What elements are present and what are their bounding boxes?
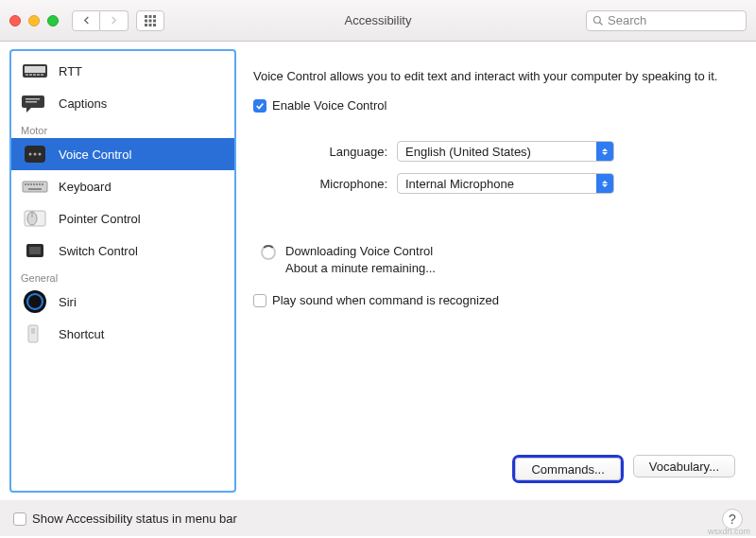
- download-line1: Downloading Voice Control: [285, 243, 436, 260]
- search-field[interactable]: [586, 10, 747, 31]
- sidebar-item-label: RTT: [59, 64, 82, 78]
- keyboard-icon: [21, 175, 49, 198]
- sidebar-item-label: Keyboard: [59, 180, 112, 194]
- svg-rect-24: [23, 182, 47, 192]
- language-select[interactable]: English (United States): [397, 141, 614, 162]
- svg-rect-15: [33, 74, 36, 76]
- svg-rect-2: [153, 15, 156, 18]
- sidebar-item-keyboard[interactable]: Keyboard: [11, 170, 234, 202]
- svg-rect-5: [153, 19, 156, 22]
- vocabulary-button[interactable]: Vocabulary...: [633, 455, 735, 477]
- play-sound-label: Play sound when command is recognized: [272, 293, 499, 307]
- show-status-checkbox[interactable]: [13, 512, 26, 526]
- switch-control-icon: [21, 239, 49, 262]
- search-input[interactable]: [608, 13, 756, 27]
- enable-voice-control-checkbox[interactable]: [253, 99, 266, 113]
- pointer-control-icon: [21, 207, 49, 230]
- play-sound-checkbox[interactable]: [253, 294, 266, 307]
- chevron-left-icon: [82, 16, 91, 25]
- svg-rect-37: [29, 247, 41, 254]
- microphone-select[interactable]: Internal Microphone: [397, 173, 614, 194]
- svg-rect-17: [41, 74, 43, 76]
- commands-button-highlight: Commands...: [512, 455, 623, 483]
- chevron-right-icon: [110, 16, 118, 25]
- play-sound-row[interactable]: Play sound when command is recognized: [253, 293, 735, 307]
- main-pane: Voice Control allows you to edit text an…: [236, 42, 756, 500]
- sidebar-item-label: Siri: [59, 295, 77, 309]
- commands-button[interactable]: Commands...: [515, 458, 620, 480]
- siri-icon: [21, 290, 49, 313]
- download-status: Downloading Voice Control About a minute…: [253, 243, 735, 276]
- sidebar-section-motor: Motor: [11, 119, 234, 138]
- svg-rect-8: [153, 24, 156, 26]
- sidebar-item-rtt[interactable]: RTT: [11, 55, 234, 87]
- svg-rect-25: [25, 183, 26, 185]
- sidebar-list: RTT Captions Motor Voice Control Keyboar…: [11, 51, 234, 491]
- close-window-button[interactable]: [9, 15, 21, 26]
- forward-button[interactable]: [100, 10, 129, 31]
- sidebar-item-captions[interactable]: Captions: [11, 87, 234, 119]
- sidebar-item-voice-control[interactable]: Voice Control: [11, 138, 234, 170]
- shortcut-icon: [21, 322, 49, 345]
- microphone-label: Microphone:: [253, 177, 397, 191]
- svg-point-21: [29, 153, 32, 156]
- sidebar-item-label: Pointer Control: [59, 212, 141, 226]
- voice-control-icon: [21, 143, 49, 165]
- show-all-button[interactable]: [136, 10, 164, 31]
- svg-rect-6: [145, 24, 147, 26]
- dropdown-arrow-icon: [596, 174, 613, 193]
- sidebar: RTT Captions Motor Voice Control Keyboar…: [9, 49, 236, 493]
- window-controls: [9, 15, 59, 26]
- sidebar-item-label: Voice Control: [59, 148, 131, 162]
- sidebar-item-label: Switch Control: [59, 244, 138, 258]
- svg-rect-19: [26, 101, 37, 103]
- watermark: wsxdn.com: [708, 527, 750, 536]
- language-label: Language:: [253, 145, 397, 159]
- minimize-window-button[interactable]: [28, 15, 40, 26]
- svg-rect-18: [26, 98, 40, 100]
- dropdown-arrow-icon: [596, 142, 613, 161]
- zoom-window-button[interactable]: [47, 15, 59, 26]
- bottom-bar: Show Accessibility status in menu bar ?: [0, 500, 756, 536]
- svg-rect-41: [31, 328, 35, 334]
- svg-rect-32: [28, 188, 42, 190]
- titlebar: Accessibility: [0, 0, 756, 42]
- sidebar-item-pointer-control[interactable]: Pointer Control: [11, 202, 234, 234]
- show-status-row[interactable]: Show Accessibility status in menu bar: [13, 512, 237, 526]
- captions-icon: [21, 92, 49, 114]
- search-icon: [593, 15, 604, 26]
- svg-rect-26: [27, 183, 29, 185]
- language-row: Language: English (United States): [253, 141, 735, 162]
- svg-point-9: [594, 16, 601, 23]
- svg-rect-4: [149, 19, 152, 22]
- enable-voice-control-label: Enable Voice Control: [272, 98, 387, 113]
- svg-rect-29: [36, 183, 38, 185]
- svg-rect-1: [149, 15, 152, 18]
- svg-rect-28: [33, 183, 35, 185]
- language-value: English (United States): [405, 145, 531, 159]
- spinner-icon: [261, 245, 276, 260]
- svg-rect-31: [42, 183, 43, 185]
- svg-rect-16: [37, 74, 40, 76]
- back-button[interactable]: [72, 10, 100, 31]
- microphone-row: Microphone: Internal Microphone: [253, 173, 735, 194]
- button-row: Commands... Vocabulary...: [253, 455, 735, 487]
- sidebar-section-general: General: [11, 267, 234, 286]
- description-text: Voice Control allows you to edit text an…: [253, 68, 735, 85]
- sidebar-item-label: Shortcut: [59, 327, 104, 341]
- sidebar-item-label: Captions: [59, 96, 107, 111]
- svg-point-22: [34, 153, 37, 156]
- window-title: Accessibility: [345, 13, 412, 27]
- sidebar-item-siri[interactable]: Siri: [11, 286, 234, 318]
- sidebar-item-switch-control[interactable]: Switch Control: [11, 234, 234, 267]
- svg-rect-30: [39, 183, 41, 185]
- svg-line-10: [600, 22, 603, 25]
- svg-rect-3: [145, 19, 147, 22]
- nav-buttons: [72, 10, 129, 31]
- svg-rect-27: [30, 183, 32, 185]
- grid-icon: [145, 15, 156, 26]
- enable-voice-control-row[interactable]: Enable Voice Control: [253, 98, 735, 113]
- sidebar-item-shortcut[interactable]: Shortcut: [11, 318, 234, 350]
- svg-rect-7: [149, 24, 152, 26]
- svg-rect-13: [26, 74, 28, 76]
